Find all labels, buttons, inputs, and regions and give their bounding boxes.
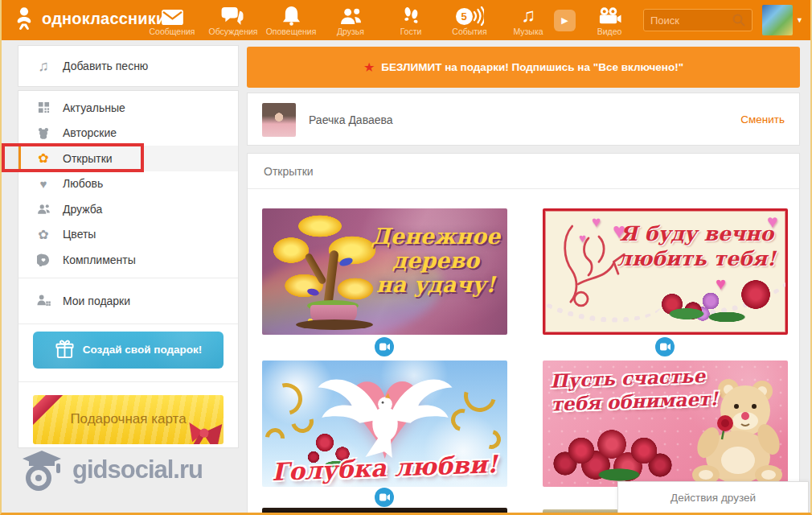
- sidebar-item-komplimenty[interactable]: Комплименты: [18, 247, 238, 273]
- people-icon: [339, 4, 363, 26]
- promo-banner-text: БЕЗЛИМИТ на подарки! Подпишись на "Все в…: [381, 61, 683, 73]
- recipient-panel: Раечка Даваева Сменить: [247, 93, 800, 146]
- sidebar-item-tsvety[interactable]: ✿ Цветы: [18, 222, 238, 248]
- video-camera-icon: [379, 493, 390, 501]
- nav-events[interactable]: 5 События: [441, 0, 498, 40]
- sidebar-item-lyubov[interactable]: ♥ Любовь: [18, 171, 238, 197]
- nav-discussions[interactable]: Обсуждения: [203, 0, 263, 40]
- video-camera-icon: [379, 343, 390, 351]
- nav-notifications[interactable]: Оповещения: [264, 0, 318, 40]
- postcard-title: Денежное дерево на удачу!: [371, 225, 501, 298]
- chat-bubbles-icon: [221, 4, 245, 26]
- sidebar-add-song[interactable]: ♫ Добавить песню: [18, 45, 239, 87]
- postcard-eternal-love[interactable]: ♥ ♥ ♥ ♥ ♥ Я буду вечно любить тебя!: [543, 208, 788, 335]
- people-icon: [36, 204, 51, 215]
- postcard-title: Пусть счастье тебя обнимает!: [550, 364, 719, 416]
- nav-music[interactable]: ♫ Музыка: [506, 0, 551, 40]
- video-postcard-button[interactable]: [375, 337, 394, 356]
- postcard-title: Я буду вечно любить тебя!: [617, 222, 776, 271]
- divider: [18, 381, 238, 382]
- postcard-partial[interactable]: [262, 508, 507, 513]
- gift-icon: [55, 340, 75, 360]
- nav-video[interactable]: Видео: [587, 0, 632, 40]
- grid-icon: [36, 101, 51, 113]
- music-note-icon: ♫: [36, 58, 51, 75]
- divider: [18, 323, 238, 324]
- events-badge: 5: [456, 8, 473, 25]
- postcard-teddy-bear[interactable]: Пусть счастье тебя обнимает!: [543, 360, 788, 487]
- bell-icon: [282, 4, 301, 26]
- ribbon-icon: [33, 395, 68, 431]
- events-5-icon: 5: [456, 4, 484, 26]
- sidebar-item-aktualnye[interactable]: Актуальные: [18, 95, 238, 121]
- promo-banner[interactable]: ★ БЕЗЛИМИТ на подарки! Подпишись на "Все…: [247, 47, 800, 88]
- sidebar-item-otkrytki[interactable]: ✿ Открытки: [18, 146, 238, 171]
- sidebar: Актуальные Авторские ✿ Открытки ♥ Любовь: [18, 90, 239, 448]
- envelope-icon: [161, 4, 184, 26]
- footprints-icon: [400, 4, 421, 26]
- page: одноклассники Сообщения Обсуждения Опове…: [0, 0, 812, 515]
- video-camera-icon: [660, 343, 671, 351]
- nav-friends[interactable]: Друзья: [325, 0, 376, 40]
- recipient-avatar[interactable]: [262, 103, 296, 137]
- hearts-icon: ♥: [36, 177, 51, 191]
- change-recipient-link[interactable]: Сменить: [740, 113, 785, 126]
- active-indicator: [18, 146, 21, 170]
- star-icon: ★: [363, 60, 375, 75]
- search-input[interactable]: [650, 14, 732, 27]
- speech-bubble-heart-icon: [36, 253, 51, 266]
- gift-card-banner[interactable]: Подарочная карта: [33, 395, 224, 444]
- teddy-bear-icon: [36, 127, 51, 139]
- postcard-dove-love[interactable]: ♥ Голубка любви!: [262, 360, 507, 487]
- postcards-section: Открытки Денежное дерево на удачу!: [247, 153, 800, 513]
- person-gifts-icon: [36, 295, 51, 307]
- video-postcard-button[interactable]: [375, 488, 394, 507]
- watermark: gidsocial.ru: [21, 449, 203, 491]
- graduate-logo-icon: [21, 449, 68, 491]
- friends-actions-popup[interactable]: Действия друзей: [617, 481, 809, 513]
- section-title: Открытки: [248, 154, 799, 189]
- video-postcard-button[interactable]: [655, 337, 675, 356]
- nav-messages[interactable]: Сообщения: [143, 0, 201, 40]
- music-note-icon: ♫: [521, 5, 535, 26]
- sidebar-item-druzhba[interactable]: Дружба: [18, 196, 238, 222]
- postcard-partial[interactable]: [543, 509, 618, 513]
- video-camera-icon: [597, 4, 621, 26]
- search-icon[interactable]: [732, 14, 745, 27]
- sidebar-item-my-gifts[interactable]: Мои подарки: [18, 283, 238, 319]
- sidebar-item-avtorskie[interactable]: Авторские: [18, 121, 238, 146]
- nav-guests[interactable]: Гости: [387, 0, 435, 40]
- bow-icon: [183, 417, 224, 444]
- top-navigation-bar: одноклассники Сообщения Обсуждения Опове…: [0, 0, 812, 40]
- divider: [18, 278, 238, 278]
- search-box: [643, 9, 753, 31]
- ok-person-icon: [13, 6, 35, 31]
- create-gift-button[interactable]: Создай свой подарок!: [33, 332, 224, 369]
- flower-icon: ✿: [36, 150, 51, 166]
- miniplayer-icon[interactable]: ▶: [554, 10, 576, 31]
- flower-icon: ✿: [36, 227, 51, 242]
- profile-avatar[interactable]: [762, 5, 793, 35]
- postcard-money-tree[interactable]: Денежное дерево на удачу!: [262, 208, 507, 335]
- recipient-name[interactable]: Раечка Даваева: [309, 113, 393, 126]
- dove-graphic: [309, 367, 461, 462]
- profile-caret-down-icon[interactable]: ▼: [796, 16, 803, 24]
